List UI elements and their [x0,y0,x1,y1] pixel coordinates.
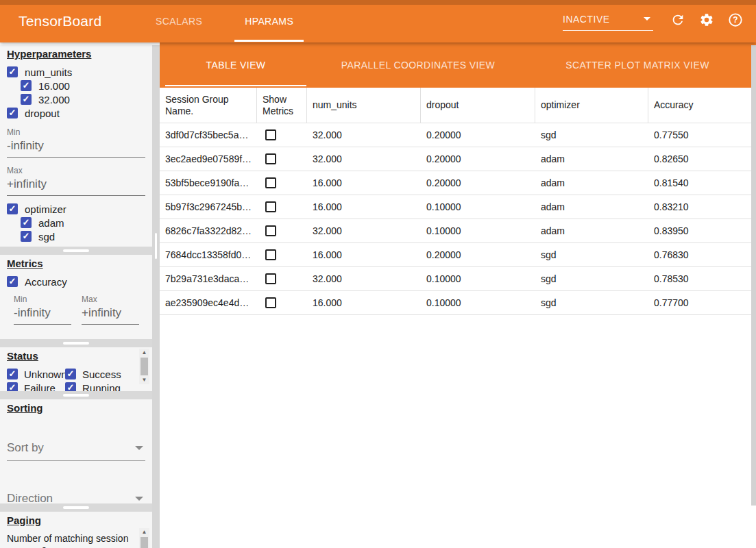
num-units-value-row: 32.000 [21,93,145,105]
direction-select[interactable]: Direction [7,490,145,503]
accuracy-label: Accuracy [25,276,67,288]
scroll-up-icon[interactable]: ▲ [139,528,149,536]
show-metrics-checkbox[interactable] [265,249,276,260]
drag-handle-icon [155,233,157,259]
accuracy-min-input[interactable]: -infinity [14,304,71,325]
min-label: Min [7,127,145,137]
scrollbar-thumb[interactable] [141,358,148,375]
scroll-up-icon[interactable]: ▲ [139,349,149,357]
show-metrics-checkbox[interactable] [265,273,276,284]
dropout-min-input[interactable]: -infinity [7,137,145,158]
optimizer-checkbox[interactable] [7,203,18,214]
status-unknown-checkbox[interactable] [7,369,18,379]
optimizer-value-row: sgd [21,230,145,242]
tab-parallel-coordinates-view[interactable]: PARALLEL COORDINATES VIEW [306,42,530,88]
help-icon: ? [728,12,743,30]
hparams-sidebar: Hyperparameters num_units 16.000 32.000 … [0,45,152,548]
main-scrollbar[interactable] [751,45,756,506]
dropout-max-input[interactable]: +infinity [7,175,145,196]
status-running-row: Running [65,382,137,391]
show-metrics-checkbox[interactable] [265,225,276,236]
show-metrics-cell [257,123,307,147]
sort-by-select[interactable]: Sort by [7,440,145,461]
max-label: Max [7,166,145,175]
section-resize-divider[interactable] [0,339,152,347]
accuracy-min-field: Min -infinity [14,295,71,325]
section-resize-divider[interactable] [0,391,152,399]
accuracy-checkbox[interactable] [7,276,18,287]
status-success-label: Success [82,369,121,380]
session-group-name-cell: 53bf5bece9190fa… [160,171,257,195]
session-group-name-cell: 7b29a731e3daca… [160,267,257,290]
show-metrics-checkbox[interactable] [265,129,276,140]
min-label: Min [14,295,71,304]
col-optimizer[interactable]: optimizer [535,88,648,123]
col-accuracy[interactable]: Accuracy [648,88,756,123]
refresh-icon [670,12,685,30]
optimizer-adam-checkbox[interactable] [21,217,32,228]
show-metrics-cell [257,147,307,171]
optimizer-sgd-checkbox[interactable] [21,231,32,242]
show-metrics-checkbox[interactable] [265,201,276,212]
show-metrics-checkbox[interactable] [265,177,276,188]
status-running-label: Running [82,382,121,392]
direction-value: Direction [7,492,53,503]
num-units-32-checkbox[interactable] [21,94,32,105]
reload-status-dropdown[interactable]: INACTIVE [563,12,653,31]
status-failure-checkbox[interactable] [7,382,18,391]
help-button[interactable]: ? [727,13,744,29]
optimizer-cell: sgd [535,267,648,290]
accuracy-max-input[interactable]: +infinity [82,304,139,325]
table-row: 7684dcc13358fd0… 16.000 0.20000 sgd 0.76… [160,243,756,267]
refresh-button[interactable] [670,13,686,29]
status-running-checkbox[interactable] [65,382,76,391]
optimizer-adam-label: adam [38,217,64,229]
accuracy-cell: 0.78530 [648,267,756,290]
tab-hparams[interactable]: HPARAMS [223,0,315,42]
section-resize-divider[interactable] [0,503,152,512]
drag-handle-icon [63,506,89,509]
optimizer-cell: adam [535,147,648,171]
tab-scatter-plot-matrix-view[interactable]: SCATTER PLOT MATRIX VIEW [530,42,745,88]
optimizer-cell: adam [535,195,648,219]
hparam-dropout-row: dropout [7,107,145,119]
table-row: 3ec2aed9e07589f… 32.000 0.20000 adam 0.8… [160,147,756,171]
sidebar-resize-gutter[interactable] [152,45,160,548]
show-metrics-checkbox[interactable] [265,153,276,164]
scroll-down-icon[interactable]: ▼ [139,376,149,384]
num-units-cell: 16.000 [307,195,421,219]
dropout-checkbox[interactable] [7,108,18,119]
dropout-cell: 0.20000 [421,123,535,147]
num-units-label: num_units [25,66,72,78]
status-scrollbar[interactable]: ▲ ▼ [139,349,149,384]
num-units-cell: 32.000 [307,267,421,290]
show-metrics-cell [257,243,307,266]
tab-table-view[interactable]: TABLE VIEW [165,42,306,88]
show-metrics-checkbox[interactable] [265,297,276,308]
col-dropout[interactable]: dropout [421,88,535,123]
num-units-16-checkbox[interactable] [21,80,32,91]
session-group-name-cell: 7684dcc13358fd0… [160,243,257,266]
status-success-checkbox[interactable] [65,369,76,379]
col-num-units[interactable]: num_units [307,88,421,123]
scrollbar-thumb[interactable] [141,537,148,548]
col-session-group-name[interactable]: Session Group Name. [160,88,257,123]
accuracy-cell: 0.83950 [648,219,756,242]
num-units-cell: 16.000 [307,171,421,195]
status-title: Status [7,350,145,362]
paging-scrollbar[interactable]: ▲ [139,528,149,548]
status-section: Status Unknown Success Failure Running ▲… [0,347,152,391]
app-toolbar: TensorBoard SCALARS HPARAMS INACTIVE ? [0,0,756,42]
dropout-cell: 0.10000 [421,195,535,219]
metrics-title: Metrics [7,258,145,269]
section-resize-divider[interactable] [0,247,152,255]
session-group-name-cell: 3df0d7cf35bec5a… [160,123,257,147]
chevron-down-icon [135,497,143,501]
col-show-metrics[interactable]: Show Metrics [257,88,307,123]
settings-button[interactable] [698,13,715,29]
num-units-16-label: 16.000 [38,80,70,92]
accuracy-cell: 0.81540 [648,171,756,195]
hparam-optimizer-row: optimizer [7,203,145,215]
num-units-checkbox[interactable] [7,66,18,77]
tab-scalars[interactable]: SCALARS [134,0,223,42]
